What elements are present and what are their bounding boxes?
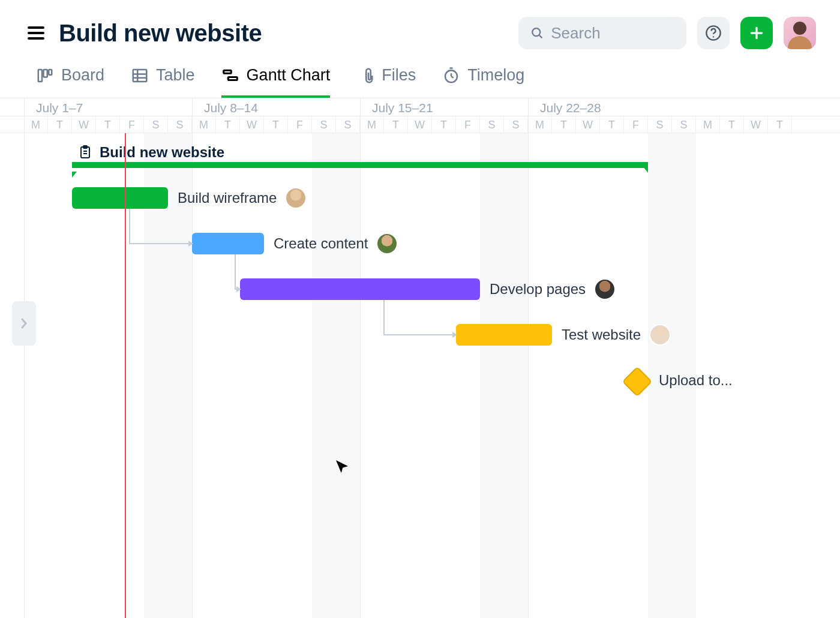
search-box[interactable] xyxy=(518,17,686,49)
task-label-group: Build wireframe xyxy=(178,187,307,209)
tab-files[interactable]: Files xyxy=(356,66,416,98)
week-label: July 1–7 xyxy=(36,101,83,115)
cursor-pointer-icon xyxy=(333,457,351,478)
search-icon xyxy=(530,25,544,41)
page-title: Build new website xyxy=(59,20,262,47)
task-bar[interactable] xyxy=(192,233,264,254)
user-avatar[interactable] xyxy=(784,17,816,49)
day-header: F xyxy=(456,116,480,133)
today-indicator xyxy=(125,133,126,618)
day-header: M xyxy=(528,116,552,133)
day-header: S xyxy=(504,116,528,133)
task-label: Build wireframe xyxy=(178,190,277,206)
day-header: T xyxy=(600,116,624,133)
menu-button[interactable] xyxy=(24,21,48,45)
week-label: July 22–28 xyxy=(540,101,601,115)
task-bar[interactable] xyxy=(240,278,480,300)
svg-rect-7 xyxy=(44,70,47,77)
svg-rect-9 xyxy=(133,70,147,82)
day-header: S xyxy=(168,116,192,133)
svg-rect-14 xyxy=(228,77,237,80)
day-header: W xyxy=(240,116,264,133)
day-header: M xyxy=(24,116,48,133)
svg-rect-8 xyxy=(49,70,52,75)
day-header: W xyxy=(72,116,96,133)
task-label-group: Test website xyxy=(562,324,671,346)
gantt-icon xyxy=(221,67,239,85)
parent-task-label: Build new website xyxy=(100,144,224,161)
plus-icon xyxy=(749,25,764,41)
files-icon xyxy=(356,67,374,85)
day-header: T xyxy=(552,116,576,133)
day-header: F xyxy=(288,116,312,133)
help-icon xyxy=(705,25,722,41)
assignee-avatar[interactable] xyxy=(649,324,671,346)
tab-timelog-label: Timelog xyxy=(467,66,524,85)
weekend-column xyxy=(480,133,504,618)
svg-point-3 xyxy=(713,36,714,37)
assignee-avatar[interactable] xyxy=(285,187,307,209)
day-header: T xyxy=(96,116,120,133)
tab-gantt[interactable]: Gantt Chart xyxy=(221,66,331,98)
day-header: S xyxy=(480,116,504,133)
timelog-icon xyxy=(442,67,460,85)
day-header: T xyxy=(720,116,744,133)
task-label: Develop pages xyxy=(490,281,586,298)
day-header: S xyxy=(336,116,360,133)
clipboard-icon xyxy=(78,145,92,160)
weekend-column xyxy=(504,133,528,618)
assignee-avatar[interactable] xyxy=(376,233,398,254)
day-header: F xyxy=(120,116,144,133)
day-header: T xyxy=(768,116,792,133)
task-label-group: Develop pages xyxy=(490,278,616,300)
task-label: Test website xyxy=(562,326,641,343)
day-header: T xyxy=(432,116,456,133)
day-header: S xyxy=(648,116,672,133)
task-label-group: Create content xyxy=(274,233,398,254)
day-header: T xyxy=(264,116,288,133)
weekend-column xyxy=(336,133,360,618)
assignee-avatar[interactable] xyxy=(594,278,616,300)
chevron-right-icon xyxy=(19,317,29,329)
table-icon xyxy=(131,67,149,85)
svg-point-0 xyxy=(532,28,540,36)
tab-timelog[interactable]: Timelog xyxy=(442,66,524,98)
day-header: T xyxy=(48,116,72,133)
task-bar[interactable] xyxy=(456,324,552,346)
tab-board-label: Board xyxy=(61,66,104,85)
svg-line-1 xyxy=(539,35,542,38)
tab-table[interactable]: Table xyxy=(131,66,195,98)
day-header: S xyxy=(312,116,336,133)
search-input[interactable] xyxy=(551,24,674,43)
parent-task-row[interactable]: Build new website xyxy=(78,140,840,164)
day-header: S xyxy=(144,116,168,133)
day-header: F xyxy=(624,116,648,133)
parent-task-bar[interactable] xyxy=(72,162,648,168)
day-header: W xyxy=(744,116,768,133)
week-label: July 15–21 xyxy=(372,101,433,115)
svg-line-17 xyxy=(451,76,454,78)
task-label: Create content xyxy=(274,235,368,252)
gantt-timeline: July 1–7July 8–14July 15–21July 22–28 MT… xyxy=(0,98,840,618)
task-bar[interactable] xyxy=(72,187,168,209)
tab-files-label: Files xyxy=(382,66,416,85)
day-header: T xyxy=(216,116,240,133)
weekend-column xyxy=(312,133,336,618)
board-icon xyxy=(36,67,54,85)
svg-rect-13 xyxy=(223,70,231,73)
day-header: W xyxy=(408,116,432,133)
day-header: M xyxy=(360,116,384,133)
day-header: M xyxy=(696,116,720,133)
svg-rect-6 xyxy=(38,70,42,82)
add-button[interactable] xyxy=(740,17,773,49)
day-header: T xyxy=(384,116,408,133)
tab-board[interactable]: Board xyxy=(36,66,104,98)
day-header: W xyxy=(576,116,600,133)
tab-gantt-label: Gantt Chart xyxy=(247,66,331,85)
day-header: S xyxy=(672,116,696,133)
week-label: July 8–14 xyxy=(204,101,258,115)
view-tabs: Board Table Gantt Chart Files Timelog xyxy=(0,55,840,98)
tab-table-label: Table xyxy=(156,66,195,85)
expand-sidebar-handle[interactable] xyxy=(12,301,36,346)
help-button[interactable] xyxy=(697,17,730,49)
